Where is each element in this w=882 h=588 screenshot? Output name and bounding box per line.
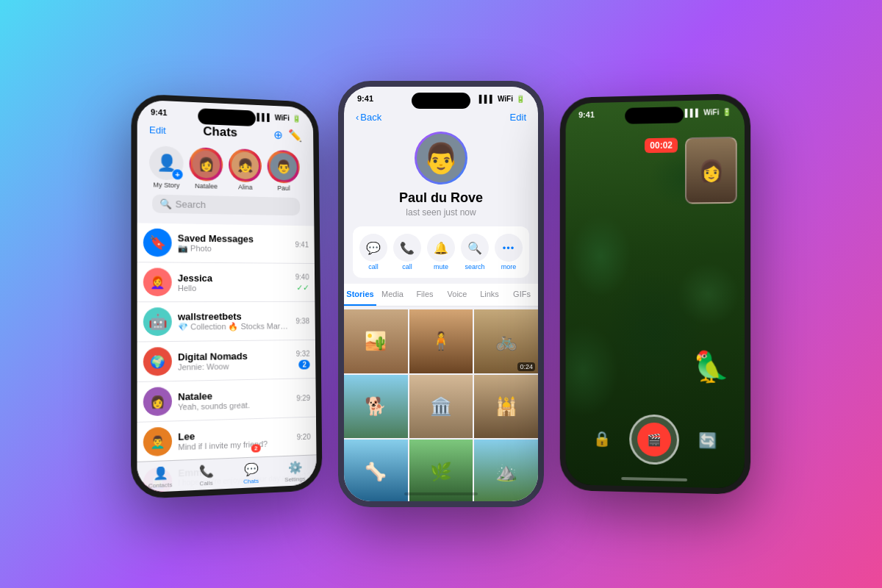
profile-avatar-wrap: 👨 bbox=[415, 132, 467, 184]
dynamic-island-2 bbox=[412, 93, 470, 109]
chat-item-jessica[interactable]: 👩‍🦰 Jessica Hello 9:40 ✓✓ bbox=[137, 262, 315, 302]
story-label-natalee: Natalee bbox=[195, 182, 218, 190]
tab-stories[interactable]: Stories bbox=[344, 284, 376, 306]
tab-gifs[interactable]: GIFs bbox=[506, 284, 538, 306]
status-icons-2: ▌▌▌ WiFi 🔋 bbox=[479, 95, 525, 103]
chats-header: Edit Chats ⊕ ✏️ 👤 + My Story bbox=[137, 119, 315, 226]
lock-button[interactable]: 🔒 bbox=[586, 423, 617, 455]
story-natalee[interactable]: 👩 Natalee bbox=[190, 147, 223, 190]
media-cell-inner-1: 🏜️ bbox=[344, 309, 408, 373]
media-cell-inner-4: 🐕 bbox=[344, 375, 408, 439]
media-cell-6[interactable]: 🕌 bbox=[474, 375, 538, 439]
story-paul[interactable]: 👨 Paul bbox=[268, 150, 300, 193]
signal-icon-1: ▌▌▌ bbox=[257, 112, 272, 121]
chat-preview-nomads: Jennie: Woow bbox=[178, 360, 290, 371]
media-cell-4[interactable]: 🐕 bbox=[344, 375, 408, 439]
phone-3: 9:41 ▌▌▌ WiFi 🔋 00:02 👩 🦜 🔒 🎬 bbox=[560, 93, 750, 495]
signal-icon-3: ▌▌▌ bbox=[685, 108, 700, 117]
my-story-item[interactable]: 👤 + My Story bbox=[149, 146, 184, 189]
compose-icon[interactable]: ✏️ bbox=[288, 128, 302, 142]
chat-info-lee: Lee Mind if I invite my friend? bbox=[178, 427, 291, 451]
edit-button-1[interactable]: Edit bbox=[149, 124, 166, 136]
content-tabs: Stories Media Files Voice Links GIFs bbox=[344, 284, 538, 306]
media-cell-inner-2: 🧍 bbox=[409, 309, 473, 373]
battery-icon-3: 🔋 bbox=[723, 107, 731, 115]
chat-item-natalee[interactable]: 👩 Natalee Yeah, sounds great. 9:29 bbox=[137, 379, 315, 423]
media-cell-9[interactable]: ⛰️ bbox=[474, 440, 538, 501]
tab-calls[interactable]: 📞 Calls bbox=[183, 463, 229, 487]
chat-item-nomads[interactable]: 🌍 Digital Nomads Jennie: Woow 9:32 2 bbox=[137, 340, 316, 382]
media-cell-7[interactable]: 🦴 bbox=[344, 440, 408, 501]
chat-info-wsb: wallstreetbets 💎 Collection 🔥 Stocks Mar… bbox=[178, 311, 290, 332]
chat-avatar-saved: 🔖 bbox=[143, 229, 172, 257]
timer-badge: 00:02 bbox=[645, 137, 678, 153]
chats-badge: 2 bbox=[251, 444, 260, 453]
chat-avatar-jessica: 👩‍🦰 bbox=[143, 268, 172, 296]
chats-title: Chats bbox=[166, 123, 273, 141]
tab-files[interactable]: Files bbox=[409, 284, 441, 306]
record-button[interactable]: 🎬 bbox=[629, 415, 679, 465]
dynamic-island-3 bbox=[625, 107, 684, 124]
media-cell-2[interactable]: 🧍 bbox=[409, 309, 473, 373]
tab-chats-label: Chats bbox=[243, 478, 259, 485]
chat-name-jessica: Jessica bbox=[178, 272, 290, 284]
action-call[interactable]: 📞 call bbox=[393, 234, 421, 270]
edit-button-2[interactable]: Edit bbox=[510, 112, 526, 123]
story-avatar-paul: 👨 bbox=[268, 150, 300, 184]
wifi-icon-3: WiFi bbox=[703, 108, 719, 117]
chat-item-wsb[interactable]: 🤖 wallstreetbets 💎 Collection 🔥 Stocks M… bbox=[137, 302, 315, 343]
profile-status: last seen just now bbox=[406, 207, 476, 218]
new-chat-icon[interactable]: ⊕ bbox=[273, 127, 283, 141]
tab-contacts[interactable]: 👤 Contacts bbox=[137, 465, 183, 490]
back-button[interactable]: ‹ Back bbox=[356, 112, 381, 123]
tab-voice[interactable]: Voice bbox=[441, 284, 473, 306]
my-story-avatar[interactable]: 👤 + bbox=[149, 146, 184, 180]
more-label: more bbox=[501, 263, 517, 270]
media-cell-1[interactable]: 🏜️ bbox=[344, 309, 408, 373]
header-icons: ⊕ ✏️ bbox=[273, 127, 302, 142]
call-label: call bbox=[402, 263, 412, 270]
action-search[interactable]: 🔍 search bbox=[461, 234, 489, 270]
tab-media[interactable]: Media bbox=[376, 284, 409, 306]
mute-label: mute bbox=[434, 263, 448, 270]
profile-nav: ‹ Back Edit bbox=[344, 106, 538, 126]
tab-settings[interactable]: ⚙️ Settings bbox=[273, 459, 316, 484]
flip-button[interactable]: 🔄 bbox=[691, 424, 723, 457]
action-mute[interactable]: 🔔 mute bbox=[427, 234, 455, 270]
chat-item-saved[interactable]: 🔖 Saved Messages 📷 Photo 9:41 bbox=[137, 223, 315, 264]
chat-avatar-lee: 👨‍🦱 bbox=[143, 427, 172, 457]
record-inner: 🎬 bbox=[637, 423, 671, 457]
media-cell-5[interactable]: 🏛️ bbox=[409, 375, 473, 439]
search-bar[interactable]: 🔍 Search bbox=[152, 194, 300, 215]
contacts-icon: 👤 bbox=[153, 465, 168, 481]
signal-icon-2: ▌▌▌ bbox=[479, 95, 495, 103]
search-placeholder: Search bbox=[176, 198, 206, 210]
search-action-label: search bbox=[465, 263, 484, 270]
my-story-label: My Story bbox=[153, 181, 179, 189]
status-icons-1: ▌▌▌ WiFi 🔋 bbox=[257, 112, 301, 122]
media-cell-inner-5: 🏛️ bbox=[409, 375, 473, 439]
story-avatar-natalee: 👩 bbox=[190, 147, 223, 182]
status-icons-3: ▌▌▌ WiFi 🔋 bbox=[685, 107, 731, 116]
video-screen: 9:41 ▌▌▌ WiFi 🔋 00:02 👩 🦜 🔒 🎬 bbox=[566, 99, 745, 489]
tab-settings-label: Settings bbox=[284, 476, 305, 483]
tab-bar-1: 👤 Contacts 📞 Calls 2 💬 Chats ⚙️ Settings bbox=[137, 454, 316, 492]
tab-chats[interactable]: 2 💬 Chats bbox=[229, 462, 273, 486]
action-more[interactable]: ••• more bbox=[495, 234, 523, 270]
chat-time-nomads: 9:32 bbox=[296, 349, 310, 357]
chat-avatar-wsb: 🤖 bbox=[143, 307, 172, 336]
story-alina[interactable]: 👧 Alina bbox=[229, 148, 262, 191]
calls-icon: 📞 bbox=[198, 464, 213, 478]
phone-1: 9:41 ▌▌▌ WiFi 🔋 Edit Chats ⊕ ✏️ bbox=[131, 93, 323, 499]
media-cell-inner-9: ⛰️ bbox=[474, 440, 538, 501]
tab-calls-label: Calls bbox=[200, 480, 213, 487]
tab-links[interactable]: Links bbox=[473, 284, 506, 306]
story-avatar-alina: 👧 bbox=[229, 148, 262, 182]
action-buttons: 💬 call 📞 call 🔔 mute 🔍 search ••• more bbox=[353, 226, 529, 278]
add-story-badge: + bbox=[171, 168, 183, 180]
chat-time-jessica: 9:40 bbox=[295, 273, 309, 281]
media-cell-3[interactable]: 🚲 0:24 bbox=[474, 309, 538, 373]
tab-contacts-label: Contacts bbox=[148, 481, 173, 490]
action-video-call[interactable]: 💬 call bbox=[359, 234, 387, 270]
profile-info: 👨 Paul du Rove last seen just now bbox=[344, 126, 538, 226]
